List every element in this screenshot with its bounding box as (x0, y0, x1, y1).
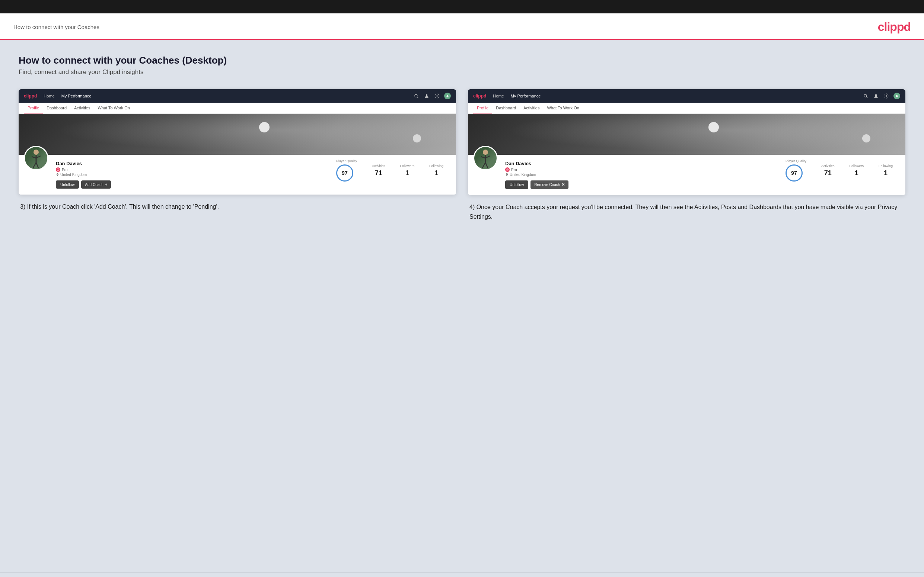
mock-nav-myperformance-left[interactable]: My Performance (61, 94, 92, 98)
add-coach-button-left[interactable]: Add Coach + (81, 181, 111, 189)
profile-icon-left[interactable] (444, 93, 451, 99)
unfollow-button-left[interactable]: Unfollow (56, 181, 79, 189)
hero-overlay-right (468, 114, 905, 155)
user-pro-label-right: Pro (511, 168, 517, 172)
tab-dashboard-left[interactable]: Dashboard (43, 103, 70, 113)
mock-hero-right (468, 114, 905, 155)
user-name-right: Dan Davies (505, 161, 771, 166)
golf-ball-2-left (413, 134, 421, 142)
location-label-left: United Kingdom (60, 172, 87, 177)
svg-line-15 (485, 156, 490, 158)
mock-hero-left (19, 114, 456, 155)
following-value-left: 1 (429, 169, 443, 177)
mock-nav-icons-right (862, 93, 900, 99)
user-info-left: Dan Davies Pro United Kingdom U (56, 159, 321, 189)
user-icon-right[interactable] (872, 93, 879, 99)
svg-line-7 (33, 163, 36, 168)
stat-followers-right: Followers 1 (842, 164, 871, 177)
following-value-right: 1 (879, 169, 893, 177)
svg-point-12 (483, 150, 488, 155)
activities-value-right: 71 (821, 169, 835, 177)
mock-nav-myperformance-right[interactable]: My Performance (511, 94, 541, 98)
settings-icon-right[interactable] (883, 93, 890, 99)
followers-value-right: 1 (849, 169, 864, 177)
mock-nav-home-left[interactable]: Home (44, 94, 54, 98)
clippd-logo: clippd (878, 20, 911, 34)
following-label-left: Following (429, 164, 443, 168)
golf-ball-2-right (862, 134, 871, 142)
avatar-wrap-right (473, 146, 498, 170)
mock-nav-left: clippd Home My Performance (19, 89, 456, 103)
activities-value-left: 71 (372, 169, 385, 177)
activities-label-left: Activities (372, 164, 385, 168)
quality-circle-left: 97 (336, 164, 353, 182)
mock-logo-left: clippd (24, 93, 37, 98)
tab-whattoworkon-left[interactable]: What To Work On (94, 103, 133, 113)
svg-point-10 (886, 95, 887, 97)
section-subtitle: Find, connect and share your Clippd insi… (19, 68, 905, 76)
svg-point-9 (875, 94, 877, 96)
stat-followers-left: Followers 1 (393, 164, 422, 177)
activities-label-right: Activities (821, 164, 835, 168)
stat-following-right: Following 1 (871, 164, 900, 177)
svg-line-5 (32, 156, 36, 158)
svg-line-14 (481, 156, 485, 158)
badge-icon-left (56, 168, 60, 172)
mock-nav-icons-left (413, 93, 451, 99)
tab-activities-left[interactable]: Activities (70, 103, 94, 113)
svg-point-1 (436, 95, 438, 97)
plus-icon-left: + (105, 182, 107, 187)
unfollow-button-right[interactable]: Unfollow (505, 181, 528, 189)
stat-activities-right: Activities 71 (814, 164, 842, 177)
page-title: How to connect with your Coaches (13, 24, 99, 30)
followers-value-left: 1 (400, 169, 414, 177)
remove-coach-button-right[interactable]: Remove Coach ✕ (530, 181, 569, 189)
screenshots-row: clippd Home My Performance (19, 89, 905, 221)
quality-label-right: Player Quality (785, 159, 806, 163)
svg-point-3 (34, 150, 39, 155)
mock-nav-home-right[interactable]: Home (493, 94, 504, 98)
user-badge-left: Pro (56, 168, 321, 172)
screenshot-col-left: clippd Home My Performance (19, 89, 456, 221)
mock-profile-section-right: Dan Davies Pro United Kingdom U (468, 155, 905, 195)
page-header: How to connect with your Coaches clippd (0, 13, 924, 40)
tab-profile-left[interactable]: Profile (24, 103, 43, 113)
svg-line-16 (483, 163, 485, 168)
mock-tabs-right: Profile Dashboard Activities What To Wor… (468, 103, 905, 114)
mock-buttons-right: Unfollow Remove Coach ✕ (505, 181, 771, 189)
x-icon-right: ✕ (561, 182, 565, 187)
user-pro-label: Pro (62, 168, 68, 172)
mock-tabs-left: Profile Dashboard Activities What To Wor… (19, 103, 456, 114)
search-icon-right[interactable] (862, 93, 869, 99)
user-location-right: United Kingdom (505, 172, 771, 177)
tab-activities-right[interactable]: Activities (520, 103, 543, 113)
svg-point-11 (896, 95, 897, 96)
mock-stats-left: Player Quality 97 Activities 71 Follower… (329, 159, 451, 182)
tab-whattoworkon-right[interactable]: What To Work On (543, 103, 583, 113)
mock-stats-right: Player Quality 97 Activities 71 Follower… (778, 159, 900, 182)
user-name-left: Dan Davies (56, 161, 321, 166)
mock-logo-right: clippd (473, 93, 486, 98)
stat-quality-right: Player Quality 97 (778, 159, 814, 182)
tab-dashboard-right[interactable]: Dashboard (492, 103, 520, 113)
profile-icon-right[interactable] (893, 93, 900, 99)
settings-icon-left[interactable] (434, 93, 440, 99)
tab-profile-right[interactable]: Profile (473, 103, 492, 113)
user-info-right: Dan Davies Pro United Kingdom U (505, 159, 771, 189)
user-icon-left[interactable] (423, 93, 430, 99)
svg-line-8 (36, 163, 38, 168)
mock-browser-left: clippd Home My Performance (19, 89, 456, 195)
followers-label-left: Followers (400, 164, 414, 168)
avatar-left (24, 146, 48, 170)
section-title: How to connect with your Coaches (Deskto… (19, 55, 905, 66)
stat-following-left: Following 1 (422, 164, 451, 177)
user-location-left: United Kingdom (56, 172, 321, 177)
svg-line-6 (36, 156, 40, 158)
step3-description: 3) If this is your Coach click 'Add Coac… (19, 202, 456, 212)
stat-quality-left: Player Quality 97 (329, 159, 365, 182)
search-icon-left[interactable] (413, 93, 420, 99)
page-footer: Copyright Clippd 2022 (0, 572, 924, 577)
location-label-right: United Kingdom (510, 172, 536, 177)
quality-circle-right: 97 (785, 164, 803, 182)
following-label-right: Following (879, 164, 893, 168)
